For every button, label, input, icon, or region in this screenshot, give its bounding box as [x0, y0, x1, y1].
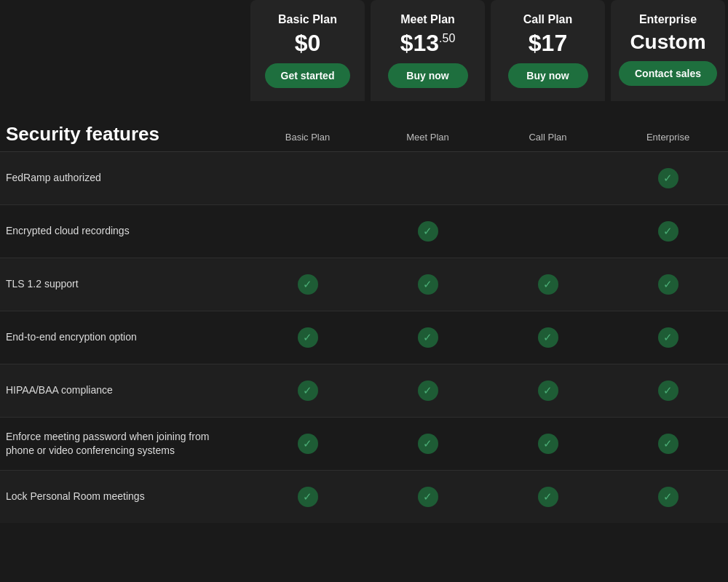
feature-cell-call: ✓	[488, 364, 608, 417]
plan-name-basic: Basic Plan	[278, 13, 337, 26]
feature-cell-enterprise: ✓	[608, 471, 728, 523]
feature-name: Enforce meeting password when joining fr…	[0, 418, 248, 470]
feature-cell-meet: ✓	[368, 311, 488, 364]
check-icon: ✓	[538, 434, 558, 454]
feature-name: Encrypted cloud recordings	[0, 212, 248, 250]
feature-cell-call: ✓	[488, 418, 608, 470]
check-icon: ✓	[538, 487, 558, 507]
plans-header: Basic Plan $0 Get started Meet Plan $13.…	[0, 0, 728, 108]
feature-cell-basic: ✓	[248, 258, 368, 311]
feature-name: HIPAA/BAA compliance	[0, 372, 248, 410]
check-icon: ✓	[538, 327, 558, 348]
section-title: Security features	[0, 123, 248, 146]
plan-price-meet: $13.50	[400, 31, 456, 56]
plan-price-cents-meet: .50	[439, 32, 455, 44]
check-icon: ✓	[418, 274, 438, 295]
plan-price-basic: $0	[295, 31, 321, 56]
feature-row: Encrypted cloud recordings✓✓	[0, 205, 728, 258]
feature-row: FedRamp authorized✓	[0, 152, 728, 205]
feature-cell-enterprise: ✓	[608, 418, 728, 470]
feature-row: End-to-end encryption option✓✓✓✓	[0, 311, 728, 364]
section-label-enterprise: Enterprise	[608, 132, 728, 146]
feature-cell-call: ✓	[488, 258, 608, 311]
check-icon: ✓	[658, 274, 678, 295]
contact-sales-button[interactable]: Contact sales	[619, 61, 717, 86]
section-header: Security features Basic Plan Meet Plan C…	[0, 108, 728, 152]
check-icon: ✓	[658, 434, 678, 454]
feature-row: Enforce meeting password when joining fr…	[0, 418, 728, 471]
feature-cell-basic: ✓	[248, 311, 368, 364]
feature-row: HIPAA/BAA compliance✓✓✓✓	[0, 364, 728, 418]
check-icon: ✓	[658, 487, 678, 507]
feature-cell-basic: ✓	[248, 364, 368, 417]
feature-cell-meet: ✓	[368, 205, 488, 258]
feature-cell-basic	[248, 205, 368, 258]
header-empty-cell	[0, 0, 248, 101]
feature-cell-enterprise: ✓	[608, 205, 728, 258]
feature-cell-enterprise: ✓	[608, 311, 728, 364]
feature-cell-call	[488, 205, 608, 258]
check-icon: ✓	[418, 487, 438, 507]
feature-cell-enterprise: ✓	[608, 364, 728, 417]
buy-now-call-button[interactable]: Buy now	[508, 63, 588, 88]
plan-name-meet: Meet Plan	[400, 13, 455, 26]
feature-name: TLS 1.2 support	[0, 266, 248, 303]
features-list: FedRamp authorized✓Encrypted cloud recor…	[0, 152, 728, 523]
check-icon: ✓	[418, 221, 438, 242]
check-icon: ✓	[418, 380, 438, 401]
feature-cell-meet: ✓	[368, 471, 488, 523]
feature-name: Lock Personal Room meetings	[0, 478, 248, 516]
feature-cell-enterprise: ✓	[608, 258, 728, 311]
plan-header-basic: Basic Plan $0 Get started	[250, 0, 365, 101]
section-label-call: Call Plan	[488, 132, 608, 146]
section-label-meet: Meet Plan	[368, 132, 488, 146]
pricing-table: Basic Plan $0 Get started Meet Plan $13.…	[0, 0, 728, 523]
plan-header-meet: Meet Plan $13.50 Buy now	[371, 0, 485, 101]
check-icon: ✓	[298, 274, 318, 295]
plan-price-call: $17	[529, 31, 567, 56]
feature-cell-basic: ✓	[248, 471, 368, 523]
feature-cell-call	[488, 152, 608, 204]
feature-cell-meet: ✓	[368, 258, 488, 311]
plan-header-call: Call Plan $17 Buy now	[491, 0, 605, 101]
section-label-basic: Basic Plan	[248, 132, 368, 146]
feature-cell-basic	[248, 152, 368, 204]
get-started-button[interactable]: Get started	[265, 63, 351, 88]
check-icon: ✓	[298, 327, 318, 348]
plan-price-enterprise: Custom	[630, 31, 705, 54]
check-icon: ✓	[658, 380, 678, 401]
feature-cell-enterprise: ✓	[608, 152, 728, 204]
check-icon: ✓	[418, 434, 438, 454]
check-icon: ✓	[658, 221, 678, 242]
feature-cell-basic: ✓	[248, 418, 368, 470]
feature-name: FedRamp authorized	[0, 159, 248, 197]
feature-name: End-to-end encryption option	[0, 319, 248, 356]
check-icon: ✓	[298, 380, 318, 401]
plan-name-call: Call Plan	[523, 13, 573, 26]
check-icon: ✓	[418, 327, 438, 348]
feature-cell-meet: ✓	[368, 418, 488, 470]
check-icon: ✓	[298, 487, 318, 507]
feature-cell-meet	[368, 152, 488, 204]
check-icon: ✓	[538, 380, 558, 401]
feature-row: Lock Personal Room meetings✓✓✓✓	[0, 471, 728, 523]
plan-header-enterprise: Enterprise Custom Contact sales	[611, 0, 725, 101]
check-icon: ✓	[298, 434, 318, 454]
feature-cell-call: ✓	[488, 471, 608, 523]
feature-cell-meet: ✓	[368, 364, 488, 417]
check-icon: ✓	[538, 274, 558, 295]
check-icon: ✓	[658, 327, 678, 348]
feature-row: TLS 1.2 support✓✓✓✓	[0, 258, 728, 311]
plan-name-enterprise: Enterprise	[639, 13, 697, 26]
feature-cell-call: ✓	[488, 311, 608, 364]
buy-now-meet-button[interactable]: Buy now	[388, 63, 468, 88]
check-icon: ✓	[658, 168, 678, 188]
